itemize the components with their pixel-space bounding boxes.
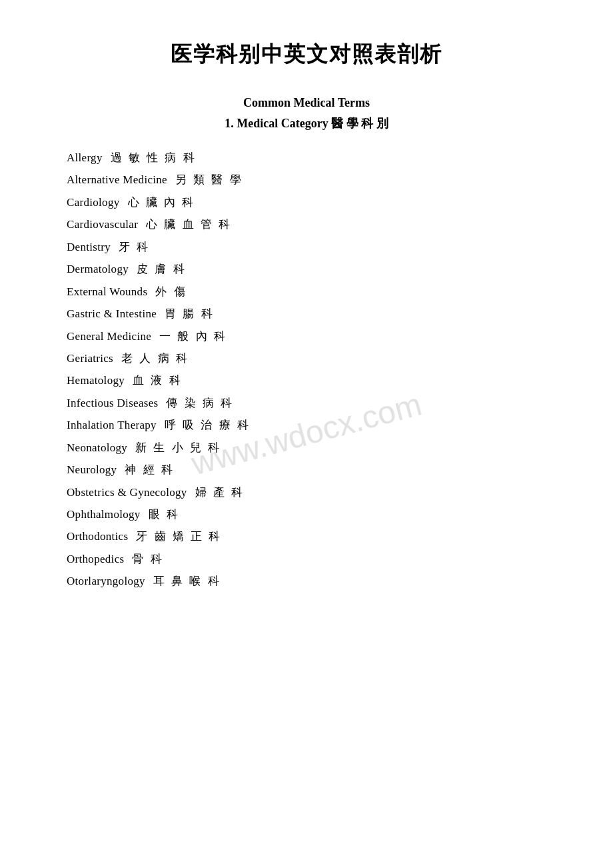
term-chinese: 骨 科	[132, 553, 163, 565]
term-row: Neurology神 經 科	[53, 459, 560, 480]
term-row: Allergy過 敏 性 病 科	[53, 147, 560, 168]
term-chinese: 牙 齒 矯 正 科	[136, 530, 222, 543]
term-chinese: 外 傷	[155, 285, 187, 298]
term-english: General Medicine	[67, 330, 151, 343]
term-chinese: 一 般 內 科	[159, 330, 227, 343]
term-row: Infectious Diseases傳 染 病 科	[53, 393, 560, 413]
term-english: Neurology	[67, 463, 117, 476]
term-english: Allergy	[67, 151, 103, 164]
term-row: Geriatrics老 人 病 科	[53, 348, 560, 369]
term-row: Alternative Medicine另 類 醫 學	[53, 169, 560, 190]
term-row: Cardiology心 臟 內 科	[53, 192, 560, 213]
term-english: Dermatology	[67, 263, 129, 275]
term-english: Neonatology	[67, 441, 127, 454]
term-english: Infectious Diseases	[67, 397, 158, 409]
term-english: Geriatrics	[67, 352, 113, 365]
term-row: Orthopedics骨 科	[53, 549, 560, 569]
term-english: External Wounds	[67, 285, 147, 298]
term-chinese: 眼 科	[149, 508, 180, 521]
term-english: Cardiology	[67, 196, 120, 209]
term-row: Cardiovascular心 臟 血 管 科	[53, 214, 560, 235]
term-chinese: 神 經 科	[125, 463, 175, 476]
term-chinese: 婦 產 科	[195, 486, 245, 499]
term-english: Orthopedics	[67, 553, 124, 565]
term-row: Dentistry牙 科	[53, 237, 560, 257]
term-chinese: 過 敏 性 病 科	[111, 151, 197, 164]
term-english: Alternative Medicine	[67, 173, 167, 186]
term-chinese: 傳 染 病 科	[166, 397, 234, 409]
term-row: Hematology血 液 科	[53, 370, 560, 391]
term-row: Inhalation Therapy呼 吸 治 療 科	[53, 415, 560, 435]
term-english: Inhalation Therapy	[67, 419, 157, 431]
section-subheader: 1. Medical Category 醫 學 科 別	[53, 115, 560, 131]
term-row: Dermatology皮 膚 科	[53, 259, 560, 279]
term-chinese: 心 臟 內 科	[128, 196, 196, 209]
term-row: Orthodontics牙 齒 矯 正 科	[53, 526, 560, 547]
term-english: Otorlaryngology	[67, 575, 145, 587]
term-row: Otorlaryngology耳 鼻 喉 科	[53, 571, 560, 591]
term-chinese: 皮 膚 科	[137, 263, 187, 275]
term-row: External Wounds外 傷	[53, 281, 560, 302]
page-title: 医学科别中英文对照表剖析	[53, 40, 560, 69]
term-chinese: 呼 吸 治 療 科	[165, 419, 251, 431]
term-chinese: 老 人 病 科	[121, 352, 189, 365]
term-chinese: 血 液 科	[133, 374, 183, 387]
term-chinese: 耳 鼻 喉 科	[153, 575, 221, 587]
term-chinese: 心 臟 血 管 科	[146, 218, 232, 231]
term-english: Gastric & Intestine	[67, 307, 157, 320]
term-chinese: 新 生 小 兒 科	[135, 441, 221, 454]
term-english: Cardiovascular	[67, 218, 138, 231]
term-chinese: 牙 科	[119, 241, 150, 253]
term-row: Gastric & Intestine胃 腸 科	[53, 303, 560, 324]
term-row: Ophthalmology眼 科	[53, 504, 560, 525]
term-row: Neonatology新 生 小 兒 科	[53, 437, 560, 458]
term-english: Orthodontics	[67, 530, 128, 543]
term-row: Obstetrics & Gynecology婦 產 科	[53, 482, 560, 503]
term-english: Obstetrics & Gynecology	[67, 486, 187, 499]
term-english: Ophthalmology	[67, 508, 141, 521]
term-row: General Medicine一 般 內 科	[53, 326, 560, 347]
term-chinese: 另 類 醫 學	[175, 173, 243, 186]
term-chinese: 胃 腸 科	[165, 307, 215, 320]
section-header: Common Medical Terms	[53, 96, 560, 110]
terms-list: Allergy過 敏 性 病 科Alternative Medicine另 類 …	[53, 147, 560, 592]
term-english: Dentistry	[67, 241, 111, 253]
term-english: Hematology	[67, 374, 125, 387]
